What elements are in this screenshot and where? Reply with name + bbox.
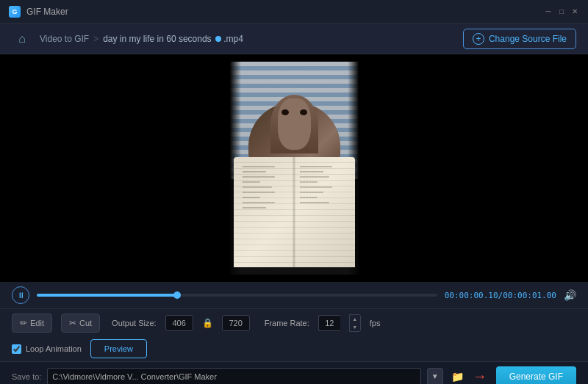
maximize-button[interactable]: □	[557, 7, 566, 16]
volume-icon[interactable]: 🔊	[564, 289, 576, 301]
scissors-icon: ✂	[69, 318, 76, 328]
save-path-input[interactable]	[47, 368, 420, 385]
output-size-label: Output Size:	[112, 319, 157, 327]
controls-bar: ✏ Edit ✂ Cut Output Size: 🔒 Frame Rate: …	[0, 308, 588, 336]
edit-label: Edit	[30, 319, 44, 327]
minimize-button[interactable]: ─	[544, 7, 553, 16]
path-dropdown-button[interactable]: ▼	[427, 368, 443, 385]
loop-animation-area: Loop Animation	[12, 344, 82, 354]
arrow-indicator: →	[473, 368, 487, 384]
open-folder-button[interactable]: 📁	[449, 368, 467, 385]
width-input[interactable]	[165, 315, 193, 331]
lock-icon[interactable]: 🔒	[202, 318, 213, 328]
save-label: Save to:	[12, 372, 41, 381]
fps-label: fps	[370, 319, 381, 327]
breadcrumb-separator: >	[93, 34, 98, 44]
plus-icon: +	[473, 33, 484, 45]
loop-preview-row: Loop Animation Preview	[0, 336, 588, 361]
frame-rate-up[interactable]: ▲	[350, 315, 360, 323]
breadcrumb-filename: day in my life in 60 seconds .mp4	[103, 34, 243, 44]
window-controls: ─ □ ✕	[544, 7, 579, 16]
dot-icon	[215, 36, 221, 42]
loop-checkbox[interactable]	[12, 344, 21, 354]
change-source-button[interactable]: + Change Source File	[463, 29, 576, 49]
frame-rate-label: Frame Rate:	[265, 319, 309, 327]
preview-button[interactable]: Preview	[90, 339, 147, 358]
breadcrumb-root: Video to GIF	[40, 34, 89, 44]
loop-label[interactable]: Loop Animation	[26, 344, 82, 353]
app-icon: G	[9, 6, 21, 18]
title-left: G GIF Maker	[9, 6, 68, 18]
playback-bar: ⏸ 00:00:00.10/00:00:01.00 🔊	[0, 282, 588, 308]
app-title: GIF Maker	[26, 7, 68, 17]
generate-gif-button[interactable]: Generate GIF	[496, 366, 576, 385]
height-input[interactable]	[222, 315, 250, 331]
title-bar: G GIF Maker ─ □ ✕	[0, 0, 588, 23]
cut-label: Cut	[79, 319, 92, 327]
seek-bar[interactable]	[37, 294, 437, 297]
time-display: 00:00:00.10/00:00:01.00	[445, 291, 556, 300]
edit-icon: ✏	[20, 318, 27, 328]
change-source-label: Change Source File	[489, 34, 567, 44]
cut-button[interactable]: ✂ Cut	[61, 314, 100, 333]
video-area: ━━━━━━━━━━━━━━━━━━━━━━━━━━━━━━━━━━━━━━━━…	[0, 54, 588, 282]
frame-rate-down[interactable]: ▼	[350, 323, 360, 331]
video-frame: ━━━━━━━━━━━━━━━━━━━━━━━━━━━━━━━━━━━━━━━━…	[230, 62, 359, 275]
save-bar: Save to: ▼ 📁 → Generate GIF	[0, 361, 588, 384]
frame-rate-input[interactable]	[318, 315, 340, 331]
close-button[interactable]: ✕	[570, 7, 579, 16]
home-button[interactable]: ⌂	[12, 29, 32, 49]
frame-rate-spinners: ▲ ▼	[349, 314, 361, 332]
breadcrumb: Video to GIF > day in my life in 60 seco…	[40, 34, 456, 44]
pause-button[interactable]: ⏸	[12, 286, 29, 304]
seek-handle[interactable]	[173, 291, 181, 299]
edit-button[interactable]: ✏ Edit	[12, 314, 52, 333]
toolbar: ⌂ Video to GIF > day in my life in 60 se…	[0, 23, 588, 54]
seek-bar-fill	[37, 294, 177, 297]
